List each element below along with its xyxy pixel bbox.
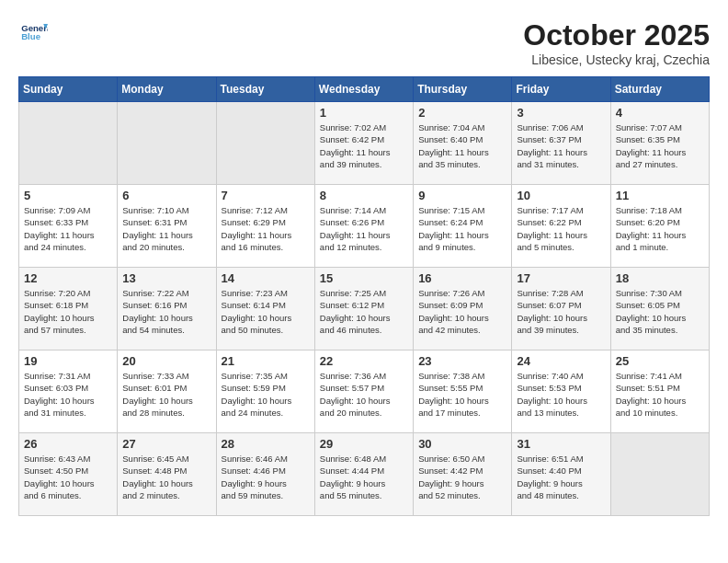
day-number: 1 [320, 106, 408, 120]
week-row-2: 5Sunrise: 7:09 AM Sunset: 6:33 PM Daylig… [19, 185, 710, 268]
weekday-header-saturday: Saturday [610, 77, 709, 102]
day-info: Sunrise: 7:09 AM Sunset: 6:33 PM Dayligh… [24, 204, 112, 253]
day-number: 22 [320, 354, 408, 368]
calendar-cell: 8Sunrise: 7:14 AM Sunset: 6:26 PM Daylig… [314, 185, 413, 268]
calendar-cell: 1Sunrise: 7:02 AM Sunset: 6:42 PM Daylig… [314, 102, 413, 185]
calendar-cell: 24Sunrise: 7:40 AM Sunset: 5:53 PM Dayli… [512, 350, 610, 433]
day-info: Sunrise: 7:12 AM Sunset: 6:29 PM Dayligh… [222, 204, 310, 253]
day-info: Sunrise: 7:06 AM Sunset: 6:37 PM Dayligh… [517, 121, 605, 170]
weekday-header-row: SundayMondayTuesdayWednesdayThursdayFrid… [19, 77, 710, 102]
calendar-cell [118, 102, 216, 185]
day-number: 28 [222, 437, 310, 451]
calendar-cell [610, 433, 709, 516]
day-number: 30 [418, 437, 506, 451]
day-number: 17 [517, 271, 605, 285]
day-info: Sunrise: 7:38 AM Sunset: 5:55 PM Dayligh… [418, 370, 506, 419]
day-info: Sunrise: 6:43 AM Sunset: 4:50 PM Dayligh… [24, 453, 112, 501]
day-number: 2 [418, 106, 506, 120]
calendar-cell: 26Sunrise: 6:43 AM Sunset: 4:50 PM Dayli… [19, 433, 118, 516]
calendar-cell: 15Sunrise: 7:25 AM Sunset: 6:12 PM Dayli… [314, 268, 413, 350]
calendar-cell: 21Sunrise: 7:35 AM Sunset: 5:59 PM Dayli… [216, 350, 314, 433]
day-number: 15 [320, 271, 408, 285]
day-number: 16 [418, 271, 506, 285]
day-info: Sunrise: 7:23 AM Sunset: 6:14 PM Dayligh… [222, 287, 310, 336]
calendar-cell: 22Sunrise: 7:36 AM Sunset: 5:57 PM Dayli… [314, 350, 413, 433]
day-info: Sunrise: 7:28 AM Sunset: 6:07 PM Dayligh… [517, 287, 605, 336]
day-number: 10 [517, 189, 605, 202]
day-number: 8 [320, 189, 408, 202]
day-number: 12 [24, 271, 112, 285]
calendar-cell: 18Sunrise: 7:30 AM Sunset: 6:05 PM Dayli… [610, 268, 709, 350]
day-info: Sunrise: 6:45 AM Sunset: 4:48 PM Dayligh… [122, 453, 210, 501]
day-number: 24 [517, 354, 605, 368]
day-number: 9 [418, 189, 506, 202]
day-info: Sunrise: 7:07 AM Sunset: 6:35 PM Dayligh… [616, 121, 704, 170]
day-info: Sunrise: 7:25 AM Sunset: 6:12 PM Dayligh… [320, 287, 408, 336]
day-info: Sunrise: 7:22 AM Sunset: 6:16 PM Dayligh… [122, 287, 210, 336]
day-info: Sunrise: 7:35 AM Sunset: 5:59 PM Dayligh… [222, 370, 310, 419]
day-number: 21 [222, 354, 310, 368]
day-info: Sunrise: 7:17 AM Sunset: 6:22 PM Dayligh… [517, 204, 605, 253]
day-info: Sunrise: 7:41 AM Sunset: 5:51 PM Dayligh… [616, 370, 704, 419]
day-info: Sunrise: 7:31 AM Sunset: 6:03 PM Dayligh… [24, 370, 112, 419]
calendar-cell: 7Sunrise: 7:12 AM Sunset: 6:29 PM Daylig… [216, 185, 314, 268]
calendar-cell: 27Sunrise: 6:45 AM Sunset: 4:48 PM Dayli… [118, 433, 216, 516]
day-number: 11 [616, 189, 704, 202]
calendar-cell: 3Sunrise: 7:06 AM Sunset: 6:37 PM Daylig… [512, 102, 610, 185]
day-info: Sunrise: 6:48 AM Sunset: 4:44 PM Dayligh… [320, 453, 408, 501]
weekday-header-tuesday: Tuesday [216, 77, 314, 102]
calendar-cell: 6Sunrise: 7:10 AM Sunset: 6:31 PM Daylig… [118, 185, 216, 268]
day-info: Sunrise: 7:40 AM Sunset: 5:53 PM Dayligh… [517, 370, 605, 419]
calendar-cell: 10Sunrise: 7:17 AM Sunset: 6:22 PM Dayli… [512, 185, 610, 268]
day-number: 5 [24, 189, 112, 202]
weekday-header-wednesday: Wednesday [314, 77, 413, 102]
svg-text:Blue: Blue [21, 31, 40, 41]
weekday-header-monday: Monday [118, 77, 216, 102]
day-info: Sunrise: 7:36 AM Sunset: 5:57 PM Dayligh… [320, 370, 408, 419]
day-number: 26 [24, 437, 112, 451]
calendar-cell [19, 102, 118, 185]
day-info: Sunrise: 7:10 AM Sunset: 6:31 PM Dayligh… [122, 204, 210, 253]
calendar-cell: 30Sunrise: 6:50 AM Sunset: 4:42 PM Dayli… [414, 433, 512, 516]
day-number: 6 [122, 189, 210, 202]
month-title: October 2025 [523, 18, 710, 52]
day-number: 7 [222, 189, 310, 202]
logo: General Blue [18, 18, 48, 50]
day-info: Sunrise: 7:18 AM Sunset: 6:20 PM Dayligh… [616, 204, 704, 253]
day-info: Sunrise: 6:46 AM Sunset: 4:46 PM Dayligh… [222, 453, 310, 501]
day-info: Sunrise: 7:15 AM Sunset: 6:24 PM Dayligh… [418, 204, 506, 253]
calendar-cell: 25Sunrise: 7:41 AM Sunset: 5:51 PM Dayli… [610, 350, 709, 433]
week-row-1: 1Sunrise: 7:02 AM Sunset: 6:42 PM Daylig… [19, 102, 710, 185]
calendar-cell: 23Sunrise: 7:38 AM Sunset: 5:55 PM Dayli… [414, 350, 512, 433]
calendar-table: SundayMondayTuesdayWednesdayThursdayFrid… [18, 76, 710, 516]
day-info: Sunrise: 7:26 AM Sunset: 6:09 PM Dayligh… [418, 287, 506, 336]
day-number: 3 [517, 106, 605, 120]
day-info: Sunrise: 7:14 AM Sunset: 6:26 PM Dayligh… [320, 204, 408, 253]
title-block: October 2025 Libesice, Ustecky kraj, Cze… [523, 18, 710, 67]
week-row-4: 19Sunrise: 7:31 AM Sunset: 6:03 PM Dayli… [19, 350, 710, 433]
day-number: 29 [320, 437, 408, 451]
day-number: 13 [122, 271, 210, 285]
weekday-header-friday: Friday [512, 77, 610, 102]
calendar-cell: 28Sunrise: 6:46 AM Sunset: 4:46 PM Dayli… [216, 433, 314, 516]
weekday-header-thursday: Thursday [414, 77, 512, 102]
weekday-header-sunday: Sunday [19, 77, 118, 102]
day-info: Sunrise: 7:33 AM Sunset: 6:01 PM Dayligh… [122, 370, 210, 419]
day-info: Sunrise: 7:20 AM Sunset: 6:18 PM Dayligh… [24, 287, 112, 336]
day-info: Sunrise: 7:30 AM Sunset: 6:05 PM Dayligh… [616, 287, 704, 336]
calendar-cell: 5Sunrise: 7:09 AM Sunset: 6:33 PM Daylig… [19, 185, 118, 268]
calendar-cell: 9Sunrise: 7:15 AM Sunset: 6:24 PM Daylig… [414, 185, 512, 268]
calendar-cell: 2Sunrise: 7:04 AM Sunset: 6:40 PM Daylig… [414, 102, 512, 185]
week-row-5: 26Sunrise: 6:43 AM Sunset: 4:50 PM Dayli… [19, 433, 710, 516]
location: Libesice, Ustecky kraj, Czechia [523, 52, 710, 67]
day-info: Sunrise: 7:04 AM Sunset: 6:40 PM Dayligh… [418, 121, 506, 170]
day-number: 18 [616, 271, 704, 285]
calendar-cell: 29Sunrise: 6:48 AM Sunset: 4:44 PM Dayli… [314, 433, 413, 516]
week-row-3: 12Sunrise: 7:20 AM Sunset: 6:18 PM Dayli… [19, 268, 710, 350]
calendar-cell: 4Sunrise: 7:07 AM Sunset: 6:35 PM Daylig… [610, 102, 709, 185]
day-number: 27 [122, 437, 210, 451]
calendar-cell [216, 102, 314, 185]
page-header: General Blue October 2025 Libesice, Uste… [18, 18, 710, 67]
day-number: 25 [616, 354, 704, 368]
calendar-cell: 16Sunrise: 7:26 AM Sunset: 6:09 PM Dayli… [414, 268, 512, 350]
